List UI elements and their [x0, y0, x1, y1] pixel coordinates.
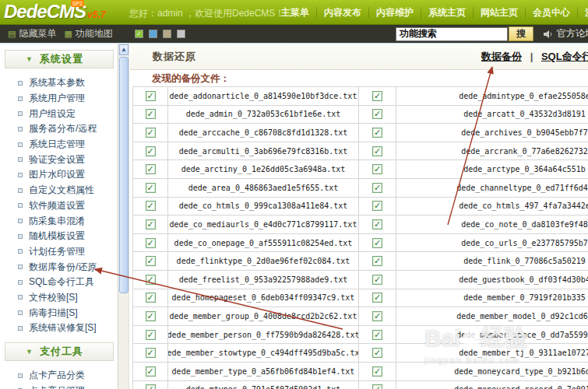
row-checkbox[interactable]: ✓	[146, 91, 156, 101]
row-checkbox[interactable]: ✓	[146, 366, 156, 377]
scrollbar-thumb[interactable]	[119, 57, 129, 293]
content-scrollbar[interactable]: ▲	[118, 44, 129, 389]
row-checkbox[interactable]: ✓	[146, 293, 156, 303]
sidebar-item[interactable]: 点卡产品管理	[0, 383, 118, 389]
row-checkbox[interactable]: ✓	[372, 293, 382, 303]
sidebar-item[interactable]: 文件校验[S]	[0, 290, 118, 306]
sidebar-item[interactable]: 系统日志管理	[0, 137, 118, 152]
official-forum-link[interactable]: 官方论坛	[557, 27, 588, 40]
scroll-up-icon[interactable]: ▲	[119, 44, 129, 55]
bullet-icon	[18, 280, 23, 285]
sidebar-item[interactable]: 病毒扫描[S]	[0, 305, 118, 321]
search-button[interactable]: 搜索	[509, 26, 533, 41]
row-checkbox[interactable]: ✓	[146, 256, 156, 266]
row-checkbox[interactable]: ✓	[372, 183, 382, 193]
nav-item-main-menu[interactable]: 主菜单	[274, 7, 317, 18]
backup-file-name: dede_flinktype_0_2d0ae96fef02c084.txt	[177, 257, 350, 265]
dedecms-admin-screen: DedeCMSv5.7 SP2 您好：admin ，欢迎使用DedeCMS！ 主…	[0, 0, 588, 389]
backup-file-name: dede_guestbook_0_df03f4d30b4	[459, 275, 588, 284]
checkbox-cell: ✓	[359, 87, 396, 105]
row-checkbox[interactable]: ✓	[372, 348, 382, 358]
row-checkbox[interactable]: ✓	[146, 164, 156, 174]
row-checkbox[interactable]: ✓	[146, 183, 156, 193]
sidebar-item-label: 系统用户管理	[29, 92, 85, 105]
function-map-button[interactable]: ▦ 功能地图	[64, 27, 112, 40]
row-checkbox[interactable]: ✓	[372, 91, 382, 101]
row-checkbox[interactable]: ✓	[146, 348, 156, 358]
row-checkbox[interactable]: ✓	[146, 201, 156, 211]
row-checkbox[interactable]: ✓	[372, 146, 382, 156]
sidebar-item-label: 图片水印设置	[29, 168, 85, 181]
row-checkbox[interactable]: ✓	[146, 109, 156, 119]
bullet-icon	[18, 234, 23, 239]
checkbox-cell: ✓	[133, 252, 168, 270]
sidebar-section-system-settings[interactable]: ▼系统设置	[5, 50, 114, 68]
backup-file-name: dede_flink_0_77086c5a50219	[463, 257, 586, 265]
nav-item-system-home[interactable]: 系统主页	[421, 7, 474, 18]
nav-item-site-home[interactable]: 网站主页	[474, 7, 526, 18]
row-checkbox[interactable]: ✓	[372, 164, 382, 174]
filename-cell: dede_co_htmls_497_4fa7a3442e	[396, 198, 588, 216]
backup-file-name: dede_co_note_0_da8103fe9f48	[461, 220, 588, 229]
table-row: ✓dede_arctiny_0_1e26dd05c3a6948a.txt✓ded…	[133, 160, 588, 179]
row-checkbox[interactable]: ✓	[146, 384, 156, 389]
nav-item-member-center[interactable]: 会员中心	[526, 7, 578, 18]
sidebar-item[interactable]: 计划任务管理	[0, 244, 118, 260]
sidebar-item[interactable]: 点卡产品分类	[0, 368, 118, 384]
row-checkbox[interactable]: ✓	[146, 146, 156, 156]
sql-tool-link[interactable]: SQL命令行工具	[541, 51, 588, 62]
theme-swatch-4[interactable]	[177, 30, 185, 38]
search-input[interactable]	[396, 27, 508, 41]
row-checkbox[interactable]: ✓	[372, 384, 382, 389]
row-checkbox[interactable]: ✓	[372, 366, 382, 377]
row-checkbox[interactable]: ✓	[146, 330, 156, 340]
theme-swatch-2[interactable]	[149, 30, 157, 38]
row-checkbox[interactable]: ✓	[372, 238, 382, 248]
sidebar-section-payment-tools[interactable]: ▼支付工具	[5, 342, 114, 361]
row-checkbox[interactable]: ✓	[146, 311, 156, 321]
theme-swatch-3[interactable]	[163, 30, 171, 38]
nav-item-content-publish[interactable]: 内容发布	[317, 7, 369, 18]
row-checkbox[interactable]: ✓	[146, 238, 156, 248]
filename-cell: dede_member_0_7919f201b335	[396, 289, 588, 307]
sidebar-item[interactable]: 防采集串混淆	[0, 213, 118, 229]
row-checkbox[interactable]: ✓	[372, 219, 382, 230]
sidebar-item-label: 自定义文档属性	[29, 184, 94, 197]
sidebar-item[interactable]: SQL命令行工具	[0, 275, 118, 290]
row-checkbox[interactable]: ✓	[372, 201, 382, 211]
sidebar-item[interactable]: 系统错误修复[S]	[0, 321, 118, 336]
sidebar-item[interactable]: 自定义文档属性	[0, 183, 118, 198]
nav-item-content-maintain[interactable]: 内容维护	[369, 7, 421, 18]
row-checkbox[interactable]: ✓	[372, 109, 382, 119]
row-checkbox[interactable]: ✓	[146, 128, 156, 138]
sidebar-item[interactable]: 验证安全设置	[0, 152, 118, 167]
sidebar-item[interactable]: 软件频道设置	[0, 198, 118, 214]
table-row: ✓dede_arcmulti_0_3ab696e79fc8316b.txt✓de…	[133, 142, 588, 161]
theme-swatch-1[interactable]: ✓	[135, 30, 143, 38]
filename-cell: dede_member_stowtype_0_c494dff495d9ba5c.…	[168, 344, 359, 362]
sidebar-item[interactable]: 图片水印设置	[0, 167, 118, 183]
filename-cell: dede_admin_0_732a053c61bf1e6e.txt	[168, 106, 359, 124]
table-row: ✓dede_member_person_0_ff7590b9da826428.t…	[133, 326, 588, 345]
bullet-icon	[18, 249, 23, 254]
backup-file-name: dede_arcatt_0_43532d3d8191	[463, 110, 586, 118]
checkbox-cell: ✓	[133, 160, 168, 178]
row-checkbox[interactable]: ✓	[372, 256, 382, 266]
sidebar-item[interactable]: 服务器分布/远程	[0, 121, 118, 137]
sidebar-item[interactable]: 数据库备份/还原	[0, 259, 118, 275]
row-checkbox[interactable]: ✓	[146, 275, 156, 285]
row-checkbox[interactable]: ✓	[372, 275, 382, 285]
row-checkbox[interactable]: ✓	[372, 311, 382, 321]
hide-menu-button[interactable]: ▤ 隐藏菜单	[8, 27, 56, 40]
sidebar-item[interactable]: 用户组设定	[0, 106, 118, 121]
row-checkbox[interactable]: ✓	[372, 330, 382, 340]
filename-cell: dede_member_tj_0_9311ae10727	[396, 344, 588, 362]
data-backup-link[interactable]: 数据备份	[481, 51, 522, 62]
sidebar-item[interactable]: 随机模板设置	[0, 229, 118, 244]
nav-item-logout[interactable]: 注销	[578, 7, 588, 18]
sidebar-item[interactable]: 系统基本参数	[0, 75, 118, 91]
row-checkbox[interactable]: ✓	[372, 128, 382, 138]
sidebar-item[interactable]: 系统用户管理	[0, 91, 118, 107]
checkbox-cell: ✓	[359, 344, 396, 362]
row-checkbox[interactable]: ✓	[146, 219, 156, 230]
